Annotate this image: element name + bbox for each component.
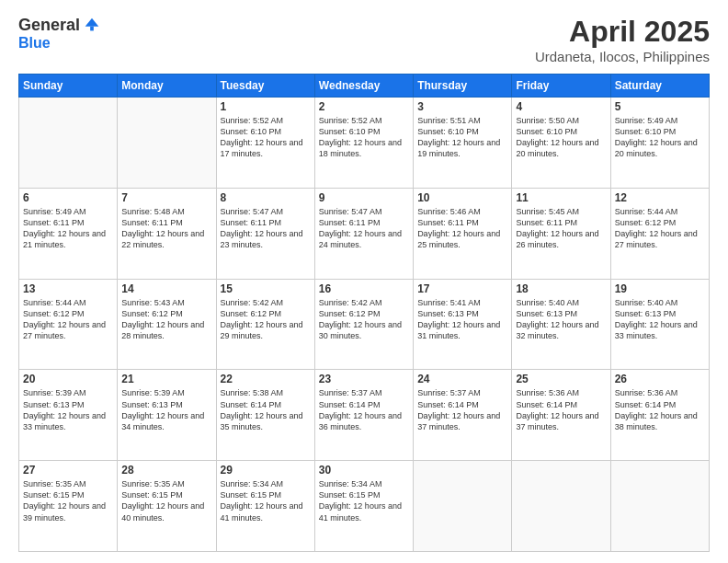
day-info: Sunrise: 5:39 AM Sunset: 6:13 PM Dayligh… — [121, 387, 211, 432]
day-number: 19 — [615, 282, 705, 295]
calendar-cell: 20Sunrise: 5:39 AM Sunset: 6:13 PM Dayli… — [19, 370, 118, 461]
calendar-table: SundayMondayTuesdayWednesdayThursdayFrid… — [18, 74, 710, 552]
day-info: Sunrise: 5:35 AM Sunset: 6:15 PM Dayligh… — [23, 478, 113, 523]
header-tuesday: Tuesday — [216, 75, 314, 98]
day-number: 5 — [615, 100, 705, 113]
calendar-cell: 13Sunrise: 5:44 AM Sunset: 6:12 PM Dayli… — [19, 279, 118, 370]
calendar-cell: 15Sunrise: 5:42 AM Sunset: 6:12 PM Dayli… — [216, 279, 314, 370]
day-number: 13 — [23, 282, 113, 295]
day-info: Sunrise: 5:43 AM Sunset: 6:12 PM Dayligh… — [121, 297, 211, 342]
day-number: 11 — [516, 191, 606, 204]
day-number: 6 — [23, 191, 113, 204]
day-number: 8 — [221, 191, 311, 204]
day-number: 23 — [319, 373, 409, 385]
day-info: Sunrise: 5:34 AM Sunset: 6:15 PM Dayligh… — [221, 478, 311, 523]
day-info: Sunrise: 5:36 AM Sunset: 6:14 PM Dayligh… — [516, 387, 606, 432]
day-info: Sunrise: 5:48 AM Sunset: 6:11 PM Dayligh… — [121, 206, 211, 251]
header-saturday: Saturday — [610, 75, 709, 98]
day-number: 28 — [121, 464, 211, 477]
logo-blue-text: Blue — [18, 35, 51, 51]
calendar-cell: 26Sunrise: 5:36 AM Sunset: 6:14 PM Dayli… — [610, 370, 709, 461]
day-info: Sunrise: 5:45 AM Sunset: 6:11 PM Dayligh… — [516, 206, 606, 251]
header-thursday: Thursday — [414, 75, 512, 98]
calendar-cell: 19Sunrise: 5:40 AM Sunset: 6:13 PM Dayli… — [610, 279, 709, 370]
calendar-cell: 17Sunrise: 5:41 AM Sunset: 6:13 PM Dayli… — [414, 279, 512, 370]
day-number: 16 — [319, 282, 409, 295]
week-row-2: 6Sunrise: 5:49 AM Sunset: 6:11 PM Daylig… — [19, 188, 710, 279]
calendar-cell: 4Sunrise: 5:50 AM Sunset: 6:10 PM Daylig… — [512, 98, 610, 189]
header-wednesday: Wednesday — [314, 75, 413, 98]
day-number: 14 — [121, 282, 211, 295]
day-info: Sunrise: 5:42 AM Sunset: 6:12 PM Dayligh… — [319, 297, 409, 342]
calendar-cell: 24Sunrise: 5:37 AM Sunset: 6:14 PM Dayli… — [414, 370, 512, 461]
calendar-cell — [610, 461, 709, 552]
calendar-cell: 6Sunrise: 5:49 AM Sunset: 6:11 PM Daylig… — [19, 188, 118, 279]
calendar-header-row: SundayMondayTuesdayWednesdayThursdayFrid… — [19, 75, 710, 98]
day-info: Sunrise: 5:44 AM Sunset: 6:12 PM Dayligh… — [615, 206, 705, 251]
day-number: 4 — [516, 100, 606, 113]
day-info: Sunrise: 5:49 AM Sunset: 6:10 PM Dayligh… — [615, 115, 705, 160]
week-row-3: 13Sunrise: 5:44 AM Sunset: 6:12 PM Dayli… — [19, 279, 710, 370]
day-number: 22 — [221, 373, 311, 385]
day-info: Sunrise: 5:40 AM Sunset: 6:13 PM Dayligh… — [615, 297, 705, 342]
week-row-5: 27Sunrise: 5:35 AM Sunset: 6:15 PM Dayli… — [19, 461, 710, 552]
title-area: April 2025 Urdaneta, Ilocos, Philippines — [535, 15, 710, 64]
calendar-cell: 30Sunrise: 5:34 AM Sunset: 6:15 PM Dayli… — [314, 461, 413, 552]
day-info: Sunrise: 5:47 AM Sunset: 6:11 PM Dayligh… — [319, 206, 409, 251]
day-number: 25 — [516, 373, 606, 385]
calendar-cell: 2Sunrise: 5:52 AM Sunset: 6:10 PM Daylig… — [314, 98, 413, 189]
day-number: 15 — [221, 282, 311, 295]
week-row-4: 20Sunrise: 5:39 AM Sunset: 6:13 PM Dayli… — [19, 370, 710, 461]
calendar-cell: 8Sunrise: 5:47 AM Sunset: 6:11 PM Daylig… — [216, 188, 314, 279]
calendar-cell: 23Sunrise: 5:37 AM Sunset: 6:14 PM Dayli… — [314, 370, 413, 461]
calendar-cell: 21Sunrise: 5:39 AM Sunset: 6:13 PM Dayli… — [118, 370, 216, 461]
day-number: 7 — [121, 191, 211, 204]
calendar-cell: 9Sunrise: 5:47 AM Sunset: 6:11 PM Daylig… — [314, 188, 413, 279]
day-info: Sunrise: 5:51 AM Sunset: 6:10 PM Dayligh… — [417, 115, 507, 160]
day-number: 21 — [121, 373, 211, 385]
day-info: Sunrise: 5:34 AM Sunset: 6:15 PM Dayligh… — [319, 478, 409, 523]
calendar-cell: 16Sunrise: 5:42 AM Sunset: 6:12 PM Dayli… — [314, 279, 413, 370]
calendar-cell: 12Sunrise: 5:44 AM Sunset: 6:12 PM Dayli… — [610, 188, 709, 279]
day-number: 12 — [615, 191, 705, 204]
calendar-cell: 18Sunrise: 5:40 AM Sunset: 6:13 PM Dayli… — [512, 279, 610, 370]
day-info: Sunrise: 5:42 AM Sunset: 6:12 PM Dayligh… — [221, 297, 311, 342]
header-friday: Friday — [512, 75, 610, 98]
calendar-cell: 27Sunrise: 5:35 AM Sunset: 6:15 PM Dayli… — [19, 461, 118, 552]
calendar-cell — [414, 461, 512, 552]
day-number: 2 — [319, 100, 409, 113]
day-info: Sunrise: 5:37 AM Sunset: 6:14 PM Dayligh… — [319, 387, 409, 432]
day-number: 27 — [23, 464, 113, 477]
calendar-cell: 1Sunrise: 5:52 AM Sunset: 6:10 PM Daylig… — [216, 98, 314, 189]
day-info: Sunrise: 5:44 AM Sunset: 6:12 PM Dayligh… — [23, 297, 113, 342]
day-number: 26 — [615, 373, 705, 385]
day-info: Sunrise: 5:41 AM Sunset: 6:13 PM Dayligh… — [417, 297, 507, 342]
logo-general-text: General — [18, 16, 80, 35]
day-info: Sunrise: 5:46 AM Sunset: 6:11 PM Dayligh… — [417, 206, 507, 251]
main-title: April 2025 — [535, 15, 710, 49]
day-info: Sunrise: 5:37 AM Sunset: 6:14 PM Dayligh… — [417, 387, 507, 432]
header-sunday: Sunday — [19, 75, 118, 98]
day-info: Sunrise: 5:47 AM Sunset: 6:11 PM Dayligh… — [221, 206, 311, 251]
day-info: Sunrise: 5:36 AM Sunset: 6:14 PM Dayligh… — [615, 387, 705, 432]
day-info: Sunrise: 5:52 AM Sunset: 6:10 PM Dayligh… — [319, 115, 409, 160]
svg-rect-1 — [90, 27, 94, 31]
day-number: 18 — [516, 282, 606, 295]
day-number: 30 — [319, 464, 409, 477]
calendar-cell: 28Sunrise: 5:35 AM Sunset: 6:15 PM Dayli… — [118, 461, 216, 552]
day-number: 10 — [417, 191, 507, 204]
svg-marker-0 — [85, 18, 99, 27]
day-info: Sunrise: 5:50 AM Sunset: 6:10 PM Dayligh… — [516, 115, 606, 160]
day-info: Sunrise: 5:38 AM Sunset: 6:14 PM Dayligh… — [221, 387, 311, 432]
calendar-cell: 14Sunrise: 5:43 AM Sunset: 6:12 PM Dayli… — [118, 279, 216, 370]
day-number: 9 — [319, 191, 409, 204]
page: General Blue April 2025 Urdaneta, Ilocos… — [0, 0, 728, 563]
day-info: Sunrise: 5:35 AM Sunset: 6:15 PM Dayligh… — [121, 478, 211, 523]
calendar-cell — [118, 98, 216, 189]
day-number: 20 — [23, 373, 113, 385]
day-info: Sunrise: 5:49 AM Sunset: 6:11 PM Dayligh… — [23, 206, 113, 251]
calendar-cell — [512, 461, 610, 552]
day-info: Sunrise: 5:40 AM Sunset: 6:13 PM Dayligh… — [516, 297, 606, 342]
calendar-cell: 29Sunrise: 5:34 AM Sunset: 6:15 PM Dayli… — [216, 461, 314, 552]
calendar-cell: 25Sunrise: 5:36 AM Sunset: 6:14 PM Dayli… — [512, 370, 610, 461]
